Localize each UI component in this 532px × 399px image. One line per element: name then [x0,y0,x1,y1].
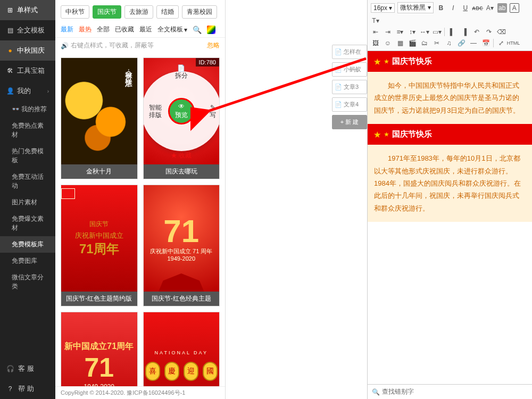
template-card[interactable]: 71 庆祝新中国成立 71 周年 1949-2020 国庆节-红色经典主题 [143,185,220,306]
highlight-button[interactable]: ab [497,3,507,13]
tip-ignore-link[interactable]: 忽略 [207,41,220,50]
select-value: 微软雅黑 [400,4,426,11]
sidebar-item-festival[interactable]: ●中秋国庆 [0,40,55,61]
tag-travel[interactable]: 去旅游 [124,5,153,19]
sidebar-item-mine[interactable]: 👤我的› [0,81,55,101]
status-text[interactable]: 查找错别字 [382,387,414,396]
align-button[interactable]: ≡▾ [395,27,405,37]
select-label: 全文模板 [157,25,183,34]
expand-button[interactable]: ⤢ [496,38,506,48]
sidebar-item-full-template[interactable]: ▤全文模板 [0,20,55,40]
letter-spacing-button[interactable]: ↔▾ [420,27,429,37]
paragraph-text: 如今，中国国庆节特指中华人民共和国正式成立的世界历史上最悠久的国庆节是圣马力诺的… [374,79,526,117]
indent-button[interactable]: ⇥ [383,27,393,37]
sidebar-sub-recommend[interactable]: 👓 我的推荐 [0,101,55,118]
float-right-button[interactable]: ▐ [460,27,469,37]
sidebar-sub-image-lib[interactable]: 免费图库 [0,253,55,269]
radial-collect[interactable]: ★ 收藏 [171,152,192,159]
thumb-sub: 庆祝新中国成立 71 周年 [150,247,212,255]
crop-button[interactable]: ✂ [432,38,442,48]
template-card[interactable]: 国庆节 庆祝新中国成立 71周年 国庆节-红色主题简约版 [61,185,138,306]
left-sidebar: ⊞单样式 ▤全文模板 ●中秋国庆 🛠工具宝箱 👤我的› 👓 我的推荐 免费热点素… [0,0,55,399]
filter-all[interactable]: 全部 [97,25,110,34]
tag-campus[interactable]: 青葱校园 [182,5,217,19]
color-picker-icon[interactable] [207,26,215,34]
video-button[interactable]: 🎬 [408,38,417,48]
tag-national-day[interactable]: 国庆节 [93,5,121,19]
editor-content[interactable]: ★★ 国庆节快乐 如今，中国国庆节特指中华人民共和国正式成立的世界历史上最悠久的… [368,51,532,384]
text-effect-button[interactable]: T▾ [371,16,380,26]
filter-latest[interactable]: 最新 [61,25,73,34]
radial-write[interactable]: ✎写 [210,104,216,119]
radial-preview-button[interactable]: 👁预览 [168,98,195,124]
outline-tab[interactable]: 📄文章4 [332,97,367,112]
html-button[interactable]: HTML [509,38,518,48]
search-icon[interactable]: 🔍 [193,26,202,34]
font-size-select[interactable]: 16px ▾ [371,3,395,13]
strike-button[interactable]: ᴀʙᴄ [473,3,483,13]
doc-outline: 📄怎样在 📄小蚂蚁 📄文章3 📄文章4 + 新 建 [332,45,367,129]
sidebar-sub-activity[interactable]: 免费互动活动 [0,169,55,194]
font-color-button[interactable]: A▾ [485,3,495,13]
outdent-button[interactable]: ⇤ [371,27,380,37]
sidebar-sub-image-material[interactable]: 图片素材 [0,194,55,211]
filter-recent[interactable]: 最近 [139,25,152,34]
grid-icon: ⊞ [6,6,14,14]
outline-new-button[interactable]: + 新 建 [332,115,367,129]
margin-button[interactable]: ▭▾ [432,27,442,37]
heading-text: 国庆节快乐 [392,56,432,66]
headset-icon: 🎧 [6,365,14,372]
pencil-icon: ✎ [210,104,215,111]
border-color-button[interactable]: A [510,3,519,13]
sidebar-item-toolbox[interactable]: 🛠工具宝箱 [0,61,55,81]
sidebar-sub-hot-template[interactable]: 热门免费模板 [0,143,55,169]
template-card-active[interactable]: ID:780 📄拆分 智能排版 👁预览 ✎写 ★ 收藏 国庆去哪玩 [143,57,220,179]
link-button[interactable]: 🔗 [456,38,466,48]
emoji-button[interactable]: ☺ [383,38,393,48]
tag-midautumn[interactable]: 中秋节 [61,5,89,19]
star-icon: ★ [374,130,381,139]
music-button[interactable]: ♫ [444,38,454,48]
date-button[interactable]: 📅 [481,38,491,48]
undo-button[interactable]: ↶ [472,27,481,37]
sidebar-sub-template-lib[interactable]: 免费模板库 [0,236,55,253]
image-button[interactable]: 🖼 [371,38,380,48]
clear-format-button[interactable]: ⌫ [496,27,506,37]
sidebar-sub-hot-material[interactable]: 免费热点素材 [0,118,55,143]
lantern-icon: 國 [203,362,218,381]
radial-label: 预览 [175,111,188,120]
outline-tab[interactable]: 📄文章3 [332,80,367,94]
template-card[interactable]: 金秋十月·秋意浓 金秋十月 [61,57,138,179]
radial-smart-layout[interactable]: 智能排版 [149,104,162,119]
filter-collected[interactable]: 已收藏 [115,25,134,34]
card-caption: 国庆去哪玩 [144,164,220,179]
card-button[interactable]: 🗂 [420,38,429,48]
sidebar-sub-viral-material[interactable]: 免费爆文素材 [0,211,55,236]
tag-wedding[interactable]: 结婚 [156,5,179,19]
hr-button[interactable]: — [469,38,478,48]
redo-button[interactable]: ↷ [484,27,494,37]
search-icon[interactable]: 🔍 [372,388,380,396]
sidebar-foot-help[interactable]: ?帮 助 [0,379,55,399]
sidebar-item-single-style[interactable]: ⊞单样式 [0,0,55,20]
bold-button[interactable]: B [436,3,446,13]
filter-fulltext-select[interactable]: 全文模板▾ [157,25,187,34]
filter-hottest[interactable]: 最热 [79,25,92,34]
outline-tab[interactable]: 📄小蚂蚁 [332,62,367,77]
italic-button[interactable]: I [448,3,458,13]
table-button[interactable]: ▦ [395,38,405,48]
sidebar-foot-support[interactable]: 🎧客 服 [0,359,55,379]
radial-label: 写 [210,111,216,119]
radial-label: 智能 [149,104,162,111]
radial-menu: 📄拆分 智能排版 👁预览 ✎写 ★ 收藏 [144,58,220,164]
outline-tab[interactable]: 📄怎样在 [332,45,367,59]
float-left-button[interactable]: ▌ [447,27,457,37]
line-height-button[interactable]: ↕▾ [408,27,417,37]
article-paragraph: 如今，中国国庆节特指中华人民共和国正式成立的世界历史上最悠久的国庆节是圣马力诺的… [368,72,532,124]
underline-button[interactable]: U [461,3,470,13]
thumb-top: NATIONAL DAY [145,350,218,355]
sidebar-sub-wechat-category[interactable]: 微信文章分类 [0,269,55,295]
thumb-big: 71周年 [75,240,123,257]
radial-split[interactable]: 📄拆分 [175,64,188,80]
font-family-select[interactable]: 微软雅黑 ▾ [397,2,433,13]
